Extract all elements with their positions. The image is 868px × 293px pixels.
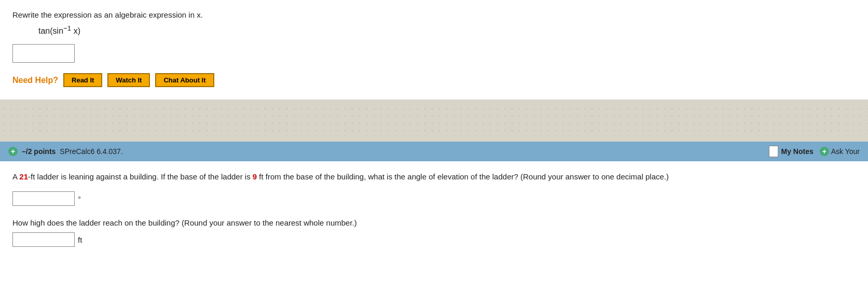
ladder-height-input[interactable] [12, 232, 75, 247]
number-9: 9 [253, 172, 257, 181]
chat-about-it-button[interactable]: Chat About It [155, 73, 214, 87]
ask-plus-icon: + [820, 147, 829, 156]
superscript: −1 [63, 24, 71, 32]
my-notes-text: My Notes [781, 147, 814, 156]
degree-symbol: ° [78, 194, 81, 203]
need-help-row: Need Help? Read It Watch It Chat About I… [12, 73, 856, 87]
question-part3: ft from the base of the building, what i… [257, 172, 669, 181]
first-answer-row: ° [12, 191, 856, 206]
elevation-angle-input[interactable] [12, 191, 75, 206]
second-question-text: How high does the ladder reach on the bu… [12, 218, 856, 227]
dots-divider [0, 100, 868, 142]
need-help-label: Need Help? [12, 76, 58, 85]
math-expr-start: tan(sin−1 x) [38, 26, 80, 35]
question-header-right: My Notes + Ask Your [769, 146, 860, 157]
bottom-section: A 21-ft ladder is leaning against a buil… [0, 161, 868, 263]
question-header: + –/2 points SPreCalc6 6.4.037. My Notes… [0, 142, 868, 161]
my-notes-area[interactable]: My Notes [769, 146, 814, 157]
dots-pattern [0, 105, 868, 136]
second-answer-row: ft [12, 232, 856, 247]
number-21: 21 [19, 172, 28, 181]
read-it-button[interactable]: Read It [63, 73, 102, 87]
question-id: SPreCalc6 6.4.037. [60, 147, 122, 156]
problem-instruction: Rewrite the expression as an algebraic e… [12, 10, 856, 19]
top-answer-input[interactable] [12, 44, 75, 63]
question-header-left: + –/2 points SPreCalc6 6.4.037. [8, 147, 123, 156]
watch-it-button[interactable]: Watch It [107, 73, 150, 87]
notes-icon [769, 146, 778, 157]
points-text: –/2 points [22, 147, 56, 156]
math-expression: tan(sin−1 x) [38, 24, 856, 36]
question-part1: A [12, 172, 19, 181]
second-question: How high does the ladder reach on the bu… [12, 218, 856, 247]
question-body: A 21-ft ladder is leaning against a buil… [12, 171, 856, 183]
question-part2: -ft ladder is leaning against a building… [28, 172, 253, 181]
ask-your-button[interactable]: + Ask Your [820, 147, 860, 156]
top-section: Rewrite the expression as an algebraic e… [0, 0, 868, 100]
expand-icon[interactable]: + [8, 147, 18, 156]
ft-label: ft [78, 235, 82, 244]
ask-your-text: Ask Your [831, 147, 860, 156]
